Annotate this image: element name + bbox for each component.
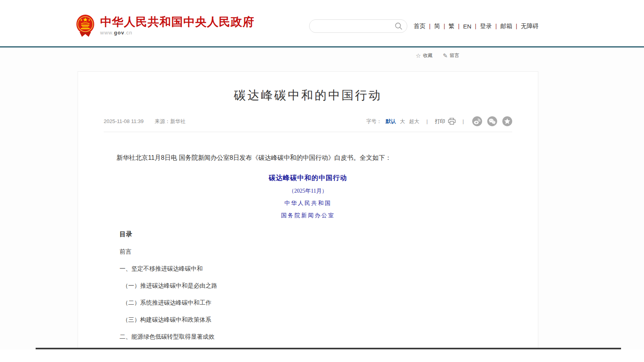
site-title: 中华人民共和国中央人民政府 xyxy=(100,16,255,28)
toc-item: （一）推进碳达峰碳中和是必由之路 xyxy=(122,282,512,290)
doc-date: （2025年11月） xyxy=(104,188,512,195)
search-icon[interactable] xyxy=(395,22,403,30)
message-button[interactable]: ✎ 留言 xyxy=(443,52,459,59)
message-label: 留言 xyxy=(450,52,459,59)
site-url-suffix: .cn xyxy=(124,30,132,36)
brand-text: 中华人民共和国中央人民政府 www.gov.cn xyxy=(100,16,255,36)
site-url-gov: gov xyxy=(114,30,124,36)
nav-separator xyxy=(495,23,497,29)
nav-separator xyxy=(458,23,460,29)
toc-item: （二）系统推进碳达峰碳中和工作 xyxy=(122,299,512,307)
source-group: 来源：新华社 xyxy=(155,118,186,125)
fontsize-default-button[interactable]: 默认 xyxy=(386,118,396,125)
favorite-button[interactable]: ☆ 收藏 xyxy=(416,52,432,59)
top-nav: 首页 简 繁 EN 登录 邮箱 无障碍 xyxy=(414,19,539,33)
meta-separator xyxy=(463,118,464,124)
toc-item: （三）构建碳达峰碳中和政策体系 xyxy=(122,316,512,324)
toc-item: 一、坚定不移推进碳达峰碳中和 xyxy=(120,265,512,273)
page-actions: ☆ 收藏 ✎ 留言 xyxy=(416,52,459,59)
nav-home[interactable]: 首页 xyxy=(414,23,426,30)
toc-heading: 目录 xyxy=(120,230,512,239)
share-wechat-button[interactable] xyxy=(487,116,497,126)
toc-item: 二、能源绿色低碳转型取得显著成效 xyxy=(120,333,512,341)
article-container: 碳达峰碳中和的中国行动 2025-11-08 11:39 来源：新华社 字号： … xyxy=(78,71,538,349)
source-label: 来源： xyxy=(155,118,170,124)
weibo-icon xyxy=(472,116,482,126)
nav-separator xyxy=(429,23,431,29)
wechat-icon xyxy=(487,116,497,126)
site-header: 中华人民共和国中央人民政府 www.gov.cn 首页 简 繁 EN 登录 邮箱… xyxy=(0,0,644,46)
nav-separator xyxy=(475,23,477,29)
meta-right: 字号： 默认 大 超大 打印 xyxy=(366,116,512,126)
nav-separator xyxy=(444,23,445,29)
nav-separator xyxy=(516,23,517,29)
favorite-star-icon: ☆ xyxy=(416,53,421,59)
nav-mail[interactable]: 邮箱 xyxy=(500,23,512,30)
share-weibo-button[interactable] xyxy=(472,116,482,126)
doc-title: 碳达峰碳中和的中国行动 xyxy=(104,173,512,182)
meta-left: 2025-11-08 11:39 来源：新华社 xyxy=(104,118,186,125)
table-of-contents: 目录 前言 一、坚定不移推进碳达峰碳中和 （一）推进碳达峰碳中和是必由之路 （二… xyxy=(120,230,512,358)
main-content: ☆ 收藏 ✎ 留言 碳达峰碳中和的中国行动 2025-11-08 11:39 来… xyxy=(0,47,644,362)
share-star-button[interactable] xyxy=(502,116,512,126)
star-share-icon xyxy=(502,116,512,126)
meta-separator xyxy=(426,118,427,124)
nav-accessibility[interactable]: 无障碍 xyxy=(521,23,539,30)
bottom-mask xyxy=(0,349,644,362)
source-link[interactable]: 新华社 xyxy=(170,118,186,124)
nav-simplified[interactable]: 简 xyxy=(434,23,440,30)
fontsize-large-button[interactable]: 大 xyxy=(400,118,405,125)
fontsize-xlarge-button[interactable]: 超大 xyxy=(409,118,419,125)
nav-traditional[interactable]: 繁 xyxy=(448,23,454,30)
lead-paragraph: 新华社北京11月8日电 国务院新闻办公室8日发布《碳达峰碳中和的中国行动》白皮书… xyxy=(104,153,512,163)
doc-org-line2: 国务院新闻办公室 xyxy=(104,212,512,219)
doc-org-line1: 中华人民共和国 xyxy=(104,200,512,207)
search-box xyxy=(309,19,407,33)
toc-item: 前言 xyxy=(120,248,512,256)
printer-icon xyxy=(448,118,456,125)
article-title: 碳达峰碳中和的中国行动 xyxy=(104,87,512,104)
bottom-divider xyxy=(36,348,621,349)
fontsize-label: 字号： xyxy=(366,118,382,125)
publish-datetime: 2025-11-08 11:39 xyxy=(104,118,144,124)
site-url-prefix: www. xyxy=(100,30,114,36)
favorite-label: 收藏 xyxy=(423,52,432,59)
site-logo[interactable]: 中华人民共和国中央人民政府 www.gov.cn xyxy=(76,14,255,37)
print-button[interactable]: 打印 xyxy=(435,118,456,125)
nav-english[interactable]: EN xyxy=(463,23,471,30)
message-pen-icon: ✎ xyxy=(443,53,448,59)
article-meta-row: 2025-11-08 11:39 来源：新华社 字号： 默认 大 超大 打印 xyxy=(104,116,512,132)
site-url: www.gov.cn xyxy=(100,30,255,36)
national-emblem-icon xyxy=(76,14,95,37)
search-input[interactable] xyxy=(310,20,395,32)
print-label: 打印 xyxy=(435,118,445,125)
nav-login[interactable]: 登录 xyxy=(480,23,492,30)
